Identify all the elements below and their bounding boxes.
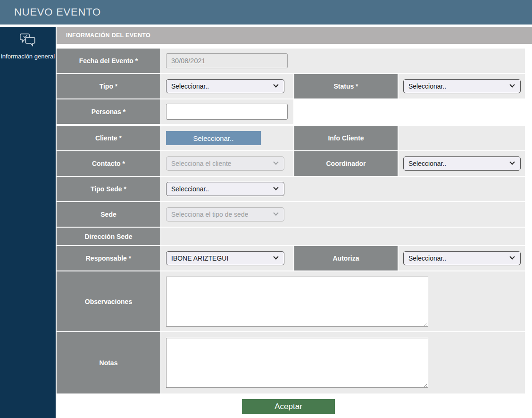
contacto-label: Contacto * xyxy=(57,151,160,176)
autoriza-select[interactable]: Seleccionar.. xyxy=(403,251,521,265)
observaciones-field-cell xyxy=(161,271,525,331)
row-contacto-coordinador: Contacto * Selecciona el cliente Coordin… xyxy=(57,151,525,176)
tipo-select[interactable]: Seleccionar.. xyxy=(166,79,284,93)
tipo-field-cell: Seleccionar.. xyxy=(161,74,293,98)
sede-select-value: Selecciona el tipo de sede xyxy=(171,211,248,218)
coordinador-label: Coordinador xyxy=(294,151,398,176)
row-direccion-sede: Dirección Sede xyxy=(57,228,525,245)
autoriza-label: Autoriza xyxy=(294,246,398,270)
tipo-sede-select-value: Seleccionar.. xyxy=(171,185,209,193)
row-notas: Notas xyxy=(57,332,525,393)
sidebar-item-label: información general xyxy=(0,52,56,61)
status-select[interactable]: Seleccionar.. xyxy=(403,79,521,93)
personas-input[interactable] xyxy=(166,104,288,120)
chevron-down-icon xyxy=(273,185,278,190)
autoriza-select-value: Seleccionar.. xyxy=(408,254,446,262)
app-header: NUEVO EVENTO xyxy=(0,0,532,25)
main-panel: INFORMACIÓN DEL EVENTO Fecha del Evento … xyxy=(57,27,532,414)
chevron-down-icon xyxy=(273,210,278,215)
row-cliente: Cliente * Seleccionar.. Info Cliente xyxy=(57,126,525,150)
info-cliente-field-cell xyxy=(399,126,525,150)
form-actions: Aceptar xyxy=(57,399,525,414)
observaciones-textarea[interactable] xyxy=(166,277,428,327)
event-form: Fecha del Evento * Tipo * Seleccionar.. … xyxy=(57,49,525,414)
chevron-down-icon xyxy=(509,82,515,87)
responsable-label: Responsable * xyxy=(57,246,160,270)
direccion-sede-field-cell xyxy=(161,228,525,245)
info-cliente-label: Info Cliente xyxy=(294,126,398,150)
coordinador-select-value: Seleccionar.. xyxy=(408,160,446,167)
sede-field-cell: Selecciona el tipo de sede xyxy=(161,202,525,227)
notas-textarea[interactable] xyxy=(166,338,428,388)
cliente-seleccionar-button[interactable]: Seleccionar.. xyxy=(166,131,261,145)
row-fecha: Fecha del Evento * xyxy=(57,49,525,73)
sede-label: Sede xyxy=(57,202,160,227)
fecha-input[interactable] xyxy=(166,53,288,68)
fecha-field-cell xyxy=(161,49,525,73)
cliente-field-cell: Seleccionar.. xyxy=(161,126,293,150)
fecha-label: Fecha del Evento * xyxy=(57,49,160,73)
sidebar: información general xyxy=(0,27,56,418)
coordinador-field-cell: Seleccionar.. xyxy=(399,151,525,176)
section-header: INFORMACIÓN DEL EVENTO xyxy=(57,27,532,44)
personas-label: Personas * xyxy=(57,99,160,124)
contacto-select-value: Selecciona el cliente xyxy=(171,160,232,167)
contacto-field-cell: Selecciona el cliente xyxy=(161,151,293,176)
sidebar-item-informacion-general[interactable]: información general xyxy=(0,27,56,61)
cliente-label: Cliente * xyxy=(57,126,160,150)
row-sede: Sede Selecciona el tipo de sede xyxy=(57,202,525,227)
chevron-down-icon xyxy=(509,159,515,164)
row-tipo-sede: Tipo Sede * Seleccionar.. xyxy=(57,177,525,201)
chevron-down-icon xyxy=(273,82,278,87)
tipo-sede-label: Tipo Sede * xyxy=(57,177,160,201)
notas-label: Notas xyxy=(57,332,160,393)
responsable-select-value: IBONE ARIZTEGUI xyxy=(171,254,228,262)
contacto-select: Selecciona el cliente xyxy=(166,156,284,171)
sede-select: Selecciona el tipo de sede xyxy=(166,207,284,221)
responsable-field-cell: IBONE ARIZTEGUI xyxy=(161,246,293,270)
responsable-select[interactable]: IBONE ARIZTEGUI xyxy=(166,251,284,265)
direccion-sede-label: Dirección Sede xyxy=(57,228,160,245)
status-label: Status * xyxy=(294,74,398,98)
row-tipo-status: Tipo * Seleccionar.. Status * Selecciona… xyxy=(57,74,525,98)
notas-field-cell xyxy=(161,332,525,393)
page-title: NUEVO EVENTO xyxy=(14,6,101,18)
row-observaciones: Observaciones xyxy=(57,271,525,331)
section-title: INFORMACIÓN DEL EVENTO xyxy=(66,32,150,39)
tipo-label: Tipo * xyxy=(57,74,160,98)
chevron-down-icon xyxy=(273,159,278,164)
personas-field-cell xyxy=(161,99,293,124)
chevron-down-icon xyxy=(273,254,278,259)
tipo-sede-field-cell: Seleccionar.. xyxy=(161,177,525,201)
comments-icon xyxy=(19,33,36,49)
aceptar-button[interactable]: Aceptar xyxy=(242,399,335,414)
status-select-value: Seleccionar.. xyxy=(408,82,446,90)
row-responsable-autoriza: Responsable * IBONE ARIZTEGUI Autoriza S… xyxy=(57,246,525,270)
tipo-sede-select[interactable]: Seleccionar.. xyxy=(166,182,284,196)
coordinador-select[interactable]: Seleccionar.. xyxy=(403,156,521,171)
tipo-select-value: Seleccionar.. xyxy=(171,82,209,90)
row-personas: Personas * xyxy=(57,99,525,124)
observaciones-label: Observaciones xyxy=(57,271,160,331)
chevron-down-icon xyxy=(509,254,515,259)
status-field-cell: Seleccionar.. xyxy=(399,74,525,98)
autoriza-field-cell: Seleccionar.. xyxy=(399,246,525,270)
